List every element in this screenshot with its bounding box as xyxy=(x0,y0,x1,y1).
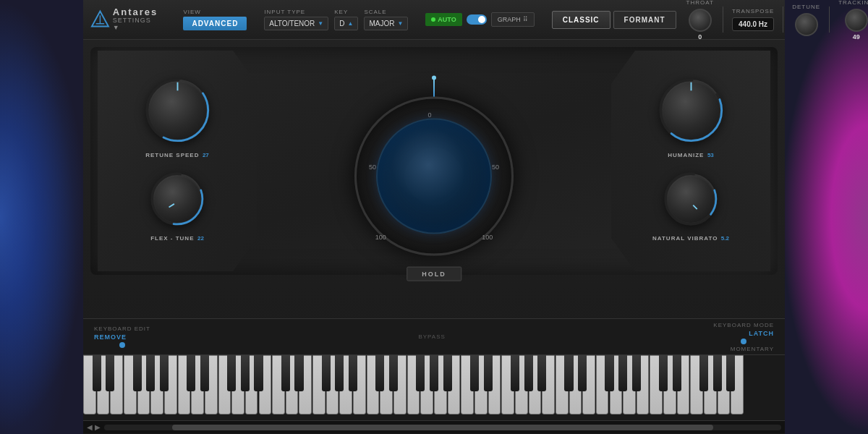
black-key[interactable] xyxy=(484,355,493,391)
scale-100-right: 100 xyxy=(482,234,493,241)
content-area: RETUNE SPEED 27 FLEX - TUNE xyxy=(83,40,785,434)
tracking-label: TRACKING xyxy=(838,0,868,6)
scale-select[interactable]: MAJOR ▼ xyxy=(364,17,408,30)
black-key[interactable] xyxy=(618,355,627,391)
input-type-select[interactable]: ALTO/TENOR ▼ xyxy=(264,17,328,30)
black-key[interactable] xyxy=(578,355,587,391)
scale-arrow-icon: ▼ xyxy=(397,20,403,27)
mode-buttons: CLASSIC FORMANT xyxy=(552,11,676,29)
hold-button[interactable]: HOLD xyxy=(407,266,461,281)
black-key[interactable] xyxy=(430,355,438,391)
graph-label: GRAPH xyxy=(498,16,521,23)
humanize-wrapper: HUMANIZE 53 xyxy=(660,80,722,160)
input-type-arrow-icon: ▼ xyxy=(318,20,323,27)
divider-7 xyxy=(829,7,830,33)
black-key[interactable] xyxy=(281,355,290,391)
black-key[interactable] xyxy=(605,355,613,391)
black-key[interactable] xyxy=(93,355,101,391)
scrollbar-area: ◀ ▶ xyxy=(83,420,785,433)
black-key[interactable] xyxy=(416,355,425,391)
black-key[interactable] xyxy=(524,355,533,391)
tracking-knob[interactable] xyxy=(845,9,868,32)
black-key[interactable] xyxy=(389,355,398,391)
key-label: KEY xyxy=(334,9,358,15)
detune-knob[interactable] xyxy=(795,13,818,36)
settings-label[interactable]: SETTINGS ▼ xyxy=(113,17,159,32)
retune-speed-knob[interactable] xyxy=(147,80,208,141)
svg-line-14 xyxy=(693,205,697,209)
black-key[interactable] xyxy=(673,355,681,391)
scroll-right-icon[interactable]: ▶ xyxy=(95,423,101,431)
antares-logo-icon xyxy=(90,9,110,30)
keyboard-section: ◀ ▶ xyxy=(83,354,785,434)
advanced-view-button[interactable]: ADVANCED xyxy=(183,17,247,30)
black-key[interactable] xyxy=(713,355,722,391)
flex-tune-wrapper: FLEX - TUNE 22 xyxy=(150,174,204,243)
retune-speed-wrapper: RETUNE SPEED 27 xyxy=(145,80,209,160)
black-key[interactable] xyxy=(564,355,573,391)
retune-speed-label: RETUNE SPEED xyxy=(145,152,199,158)
black-key[interactable] xyxy=(200,355,209,391)
throat-knob[interactable] xyxy=(689,9,712,32)
humanize-knob[interactable] xyxy=(660,80,722,141)
black-key[interactable] xyxy=(659,355,668,391)
key-arrow-icon: ▲ xyxy=(348,20,354,27)
scroll-track[interactable] xyxy=(104,425,781,430)
black-key[interactable] xyxy=(146,355,155,391)
graph-button[interactable]: GRAPH ⠿ xyxy=(491,12,535,27)
transpose-control: TRANSPOSE 440.0 Hz xyxy=(732,8,774,31)
black-key[interactable] xyxy=(511,355,519,391)
humanize-arc xyxy=(658,77,725,144)
black-key[interactable] xyxy=(470,355,479,391)
black-key[interactable] xyxy=(699,355,708,391)
momentary-label: MOMENTARY xyxy=(731,346,774,352)
black-key[interactable] xyxy=(160,355,169,391)
black-key[interactable] xyxy=(254,355,263,391)
left-panel: RETUNE SPEED 27 FLEX - TUNE xyxy=(98,51,257,271)
remove-button[interactable]: REMOVE xyxy=(94,333,150,341)
humanize-label: HUMANIZE xyxy=(668,152,704,158)
black-key[interactable] xyxy=(106,355,114,391)
black-key[interactable] xyxy=(443,355,452,391)
tracking-control: TRACKING 49 xyxy=(838,0,868,41)
tuner-outer-ring[interactable]: 50 0 50 100 100 - xyxy=(354,96,514,255)
scroll-arrows: ◀ ▶ xyxy=(87,423,101,431)
key-group: KEY D ▲ xyxy=(334,9,358,30)
black-key[interactable] xyxy=(375,355,384,391)
view-section: VIEW ADVANCED xyxy=(183,9,247,30)
latch-button[interactable]: LATCH xyxy=(749,330,774,337)
input-type-group: INPUT TYPE ALTO/TENOR ▼ xyxy=(264,9,328,30)
black-key[interactable] xyxy=(187,355,195,391)
black-key[interactable] xyxy=(294,355,303,391)
natural-vibrato-knob[interactable] xyxy=(665,174,716,224)
black-key[interactable] xyxy=(335,355,344,391)
auto-button[interactable]: AUTO xyxy=(425,13,461,26)
logo-text: Antares SETTINGS ▼ xyxy=(113,7,159,32)
auto-graph-toggle[interactable] xyxy=(467,14,487,25)
tracking-value: 49 xyxy=(853,33,860,41)
scale-group: SCALE MAJOR ▼ xyxy=(364,9,408,30)
right-panel: HUMANIZE 53 NATURAL VIBRATO xyxy=(611,51,770,271)
auto-indicator xyxy=(431,17,435,22)
black-key[interactable] xyxy=(632,355,641,391)
black-key[interactable] xyxy=(241,355,250,391)
black-key[interactable] xyxy=(349,355,357,391)
flex-tune-knob[interactable] xyxy=(152,174,203,224)
black-key[interactable] xyxy=(537,355,546,391)
latch-indicator xyxy=(741,339,746,344)
classic-button[interactable]: CLASSIC xyxy=(552,11,610,29)
formant-button[interactable]: FORMANT xyxy=(613,11,676,29)
black-key[interactable] xyxy=(227,355,236,391)
black-key[interactable] xyxy=(133,355,142,391)
divider-6 xyxy=(783,7,783,33)
key-select[interactable]: D ▲ xyxy=(334,17,358,30)
throat-value: 0 xyxy=(698,33,702,41)
scroll-left-icon[interactable]: ◀ xyxy=(87,423,93,431)
antares-name: Antares xyxy=(113,7,159,17)
scale-label: SCALE xyxy=(364,9,408,15)
transpose-label: TRANSPOSE xyxy=(732,8,774,14)
black-key[interactable] xyxy=(322,355,331,391)
natural-vibrato-label-group: NATURAL VIBRATO 5.2 xyxy=(652,230,729,243)
scroll-thumb[interactable] xyxy=(172,425,714,430)
black-key[interactable] xyxy=(726,355,735,391)
